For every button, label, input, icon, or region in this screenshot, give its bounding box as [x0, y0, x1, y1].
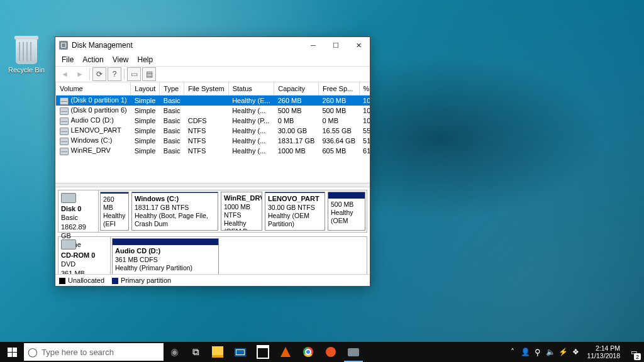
- close-button[interactable]: ✕: [347, 37, 370, 53]
- disk-info: Disk 0Basic1862.89 GBOnline: [58, 190, 99, 232]
- window-title: Disk Management: [72, 41, 302, 50]
- search-placeholder: Type here to search: [42, 348, 114, 357]
- volume-icon: [60, 107, 69, 115]
- tray-volume-icon[interactable]: 🔈: [544, 342, 557, 362]
- partition[interactable]: 500 MBHealthy (OEM: [328, 192, 365, 231]
- legend-unallocated: Unallocated: [68, 277, 104, 284]
- partition[interactable]: Windows (C:)1831.17 GB NTFSHealthy (Boot…: [131, 192, 218, 231]
- taskbar-app-disk-management[interactable]: [342, 342, 365, 362]
- cortana-circle-icon: ◯: [24, 347, 42, 357]
- taskbar-app-generic-orange[interactable]: [319, 342, 342, 362]
- volume-icon: [60, 148, 69, 155]
- menu-bar: File Action View Help: [55, 53, 370, 66]
- taskbar-app-store[interactable]: [252, 342, 274, 362]
- taskbar-app-file-explorer[interactable]: [206, 342, 229, 362]
- table-row[interactable]: Audio CD (D:)SimpleBasicCDFSHealthy (P..…: [56, 116, 370, 126]
- disk-icon: [61, 193, 76, 203]
- col-pct[interactable]: % Free: [359, 82, 370, 96]
- recycle-bin-icon: [16, 39, 37, 64]
- partition-header: [113, 239, 218, 245]
- tray-dropbox-icon[interactable]: ❖: [569, 342, 582, 362]
- toolbar-separator: [89, 69, 90, 80]
- volume-icon: [60, 138, 69, 145]
- table-row[interactable]: WinRE_DRVSimpleBasicNTFSHealthy (...1000…: [56, 146, 370, 156]
- partition-header: [328, 192, 365, 199]
- menu-help[interactable]: Help: [134, 54, 157, 65]
- table-row[interactable]: (Disk 0 partition 6)SimpleBasicHealthy (…: [56, 106, 370, 116]
- desktop[interactable]: Recycle Bin Disk Management ─ ☐ ✕ File A…: [0, 0, 644, 362]
- minimize-button[interactable]: ─: [302, 37, 325, 53]
- partition[interactable]: Audio CD (D:)361 MB CDFSHealthy (Primary…: [112, 238, 219, 274]
- menu-action[interactable]: Action: [79, 54, 107, 65]
- taskbar: ◯ Type here to search ◉ ⧉ ˄ 👤 ⚲ 🔈 ⚡ ❖ 2:…: [0, 342, 644, 362]
- help-button[interactable]: ?: [108, 67, 121, 81]
- col-status[interactable]: Status: [228, 82, 274, 96]
- tray-chevron-up-icon[interactable]: ˄: [506, 342, 519, 362]
- col-capacity[interactable]: Capacity: [274, 82, 319, 96]
- disk-management-window: Disk Management ─ ☐ ✕ File Action View H…: [55, 36, 370, 287]
- disk-icon: [61, 239, 76, 250]
- toolbar-view-button[interactable]: ▭: [127, 67, 141, 81]
- search-box[interactable]: ◯ Type here to search: [24, 343, 164, 361]
- disk-row[interactable]: Disk 0Basic1862.89 GBOnline260 MBHealthy…: [58, 190, 367, 233]
- disk-info: CD-ROM 0DVD361 MBOnline: [58, 237, 111, 274]
- col-filesystem[interactable]: File System: [184, 82, 228, 96]
- table-row[interactable]: (Disk 0 partition 1)SimpleBasicHealthy (…: [56, 96, 370, 106]
- cortana-mic-icon[interactable]: ◉: [164, 342, 185, 362]
- tray-wifi-icon[interactable]: ⚲: [531, 342, 544, 362]
- taskbar-app-vlc[interactable]: [274, 342, 297, 362]
- system-tray: ˄ 👤 ⚲ 🔈 ⚡ ❖ 2:14 PM 11/13/2018 ▭ 2: [506, 342, 644, 362]
- recycle-bin-label: Recycle Bin: [6, 66, 47, 74]
- forward-button[interactable]: ►: [73, 67, 87, 81]
- recycle-bin[interactable]: Recycle Bin: [6, 39, 47, 74]
- tray-battery-icon[interactable]: ⚡: [557, 342, 569, 362]
- tray-people-icon[interactable]: 👤: [519, 342, 531, 362]
- col-free[interactable]: Free Sp...: [318, 82, 359, 96]
- task-view-button[interactable]: ⧉: [185, 342, 206, 362]
- legend: Unallocated Primary partition: [55, 274, 370, 286]
- column-headers[interactable]: Volume Layout Type File System Status Ca…: [56, 82, 370, 96]
- partition-body: LENOVO_PART30.00 GB NTFSHealthy (OEM Par…: [265, 193, 325, 230]
- taskbar-app-mail[interactable]: [229, 342, 252, 362]
- swatch-unallocated: [59, 278, 65, 284]
- volume-list[interactable]: Volume Layout Type File System Status Ca…: [55, 82, 370, 183]
- app-icon: [59, 41, 68, 50]
- taskbar-clock[interactable]: 2:14 PM 11/13/2018: [582, 344, 625, 359]
- volume-icon: [60, 97, 69, 105]
- menu-file[interactable]: File: [58, 54, 77, 65]
- partition[interactable]: LENOVO_PART30.00 GB NTFSHealthy (OEM Par…: [265, 192, 325, 231]
- partition-body: Windows (C:)1831.17 GB NTFSHealthy (Boot…: [132, 193, 218, 230]
- maximize-button[interactable]: ☐: [325, 37, 347, 53]
- legend-primary: Primary partition: [121, 277, 171, 284]
- disk-row[interactable]: CD-ROM 0DVD361 MBOnlineAudio CD (D:)361 …: [58, 236, 367, 274]
- taskbar-app-chrome[interactable]: [297, 342, 319, 362]
- windows-logo-icon: [8, 348, 17, 357]
- start-button[interactable]: [0, 342, 24, 362]
- col-type[interactable]: Type: [160, 82, 184, 96]
- toolbar: ◄ ► ⟳ ? ▭ ▤: [55, 66, 370, 82]
- volume-icon: [60, 128, 69, 135]
- partition-body: WinRE_DRV1000 MB NTFSHealthy (OEM P: [221, 192, 262, 231]
- notification-badge: 2: [634, 353, 641, 360]
- swatch-primary: [112, 278, 118, 284]
- col-volume[interactable]: Volume: [56, 82, 131, 96]
- toolbar-separator: [124, 69, 125, 80]
- toolbar-list-button[interactable]: ▤: [142, 67, 156, 81]
- menu-view[interactable]: View: [109, 54, 133, 65]
- table-row[interactable]: LENOVO_PARTSimpleBasicNTFSHealthy (...30…: [56, 126, 370, 136]
- partition[interactable]: 260 MBHealthy (EFI: [100, 192, 129, 231]
- refresh-button[interactable]: ⟳: [92, 67, 106, 81]
- graphical-view[interactable]: Disk 0Basic1862.89 GBOnline260 MBHealthy…: [55, 187, 370, 274]
- table-row[interactable]: Windows (C:)SimpleBasicNTFSHealthy (...1…: [56, 136, 370, 146]
- action-center-button[interactable]: ▭ 2: [625, 342, 643, 362]
- clock-time: 2:14 PM: [587, 344, 620, 352]
- titlebar[interactable]: Disk Management ─ ☐ ✕: [55, 37, 370, 53]
- back-button[interactable]: ◄: [58, 67, 72, 81]
- clock-date: 11/13/2018: [587, 352, 620, 359]
- partition[interactable]: WinRE_DRV1000 MB NTFSHealthy (OEM P: [221, 192, 262, 231]
- col-layout[interactable]: Layout: [131, 82, 160, 96]
- pane-splitter[interactable]: [55, 183, 370, 187]
- volume-icon: [60, 118, 69, 125]
- partition-body: 260 MBHealthy (EFI: [101, 194, 128, 231]
- partition-body: 500 MBHealthy (OEM: [328, 199, 365, 230]
